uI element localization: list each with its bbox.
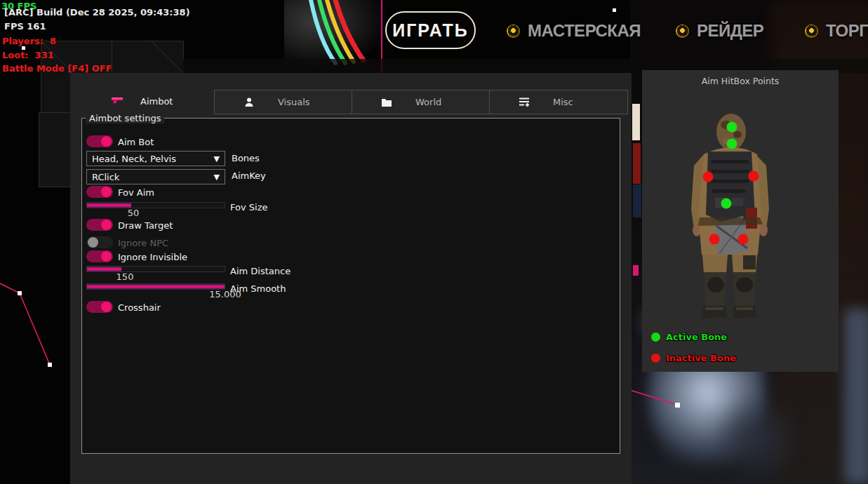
ignore-invisible-toggle[interactable] [86, 250, 113, 262]
toggle-knob [101, 251, 112, 262]
crosshair-toggle[interactable] [86, 301, 113, 313]
aim-hitbox-panel: Aim HitBox Points [642, 70, 839, 372]
fov-size-label: Fov Size [230, 202, 267, 213]
tab-label: Visuals [278, 97, 310, 107]
draw-target-label: Draw Target [118, 220, 173, 231]
person-icon [243, 97, 256, 108]
ignore-invisible-label: Ignore Invisible [118, 252, 187, 262]
sliders-misc-icon [519, 97, 531, 107]
menu-item-raider[interactable]: РЕЙДЕР [676, 21, 763, 41]
bone-dot-left-thigh [709, 234, 720, 245]
chevron-down-icon: ▼ [214, 173, 220, 182]
aim-smooth-slider[interactable] [86, 283, 225, 290]
aim-distance-value: 150 [116, 271, 134, 282]
scene-detail [632, 104, 640, 140]
menu-item-label: МАСТЕРСКАЯ [528, 21, 641, 41]
slider-fill [87, 267, 121, 271]
aimkey-dropdown-value: RClick [92, 172, 119, 182]
esp-wireframe-box [39, 112, 72, 187]
aimkey-label: AimKey [232, 170, 266, 181]
scene-detail [633, 265, 639, 276]
battle-mode-text: Battle Mode [F4] OFF [2, 63, 112, 74]
bone-dot-right-thigh [738, 234, 749, 245]
fov-size-value: 50 [128, 208, 140, 218]
scene-detail [633, 184, 641, 217]
bone-dot-left-arm [703, 172, 714, 182]
hitbox-panel-title: Aim HitBox Points [642, 76, 839, 86]
bone-dot-neck [727, 139, 737, 149]
character-model [684, 111, 775, 321]
groupbox-title: Aimbot settings [86, 113, 164, 123]
slider-fill [87, 284, 225, 289]
coin-icon [805, 25, 818, 38]
fov-aim-toggle[interactable] [86, 186, 113, 198]
tab-label: Aimbot [140, 96, 173, 107]
toggle-knob [101, 220, 112, 230]
cheat-menu-panel: Aimbot Visuals World Misc Aimbot setting… [70, 73, 632, 484]
tab-aimbot[interactable]: Aimbot [81, 90, 213, 113]
bones-dropdown-value: Head, Neck, Pelvis [92, 154, 176, 164]
ignore-npc-toggle[interactable] [86, 236, 113, 248]
play-button-label: ИГРАТЬ [392, 20, 469, 41]
aim-distance-slider[interactable] [86, 266, 225, 272]
loot-counter-text: Loot: 331 [2, 50, 54, 60]
toggle-knob [101, 302, 112, 312]
bone-dot-right-arm [749, 171, 759, 182]
bones-label: Bones [232, 153, 260, 163]
fov-size-slider[interactable] [86, 202, 225, 208]
particle-dot [613, 8, 616, 12]
aim-bot-toggle[interactable] [86, 135, 113, 147]
draw-target-toggle[interactable] [86, 219, 113, 231]
ignore-npc-label: Ignore NPC [118, 238, 168, 248]
menu-item-label: РЕЙДЕР [697, 21, 763, 41]
tab-world[interactable]: World [352, 90, 490, 114]
folder-icon [381, 98, 394, 107]
coin-icon [676, 25, 689, 38]
active-bone-dot-icon [651, 332, 660, 342]
esp-path-line [623, 384, 688, 414]
aim-smooth-label: Aim Smooth [230, 283, 286, 294]
aim-bot-label: Aim Bot [118, 137, 154, 147]
players-counter-text: Players: 8 [2, 36, 56, 46]
toggle-knob [101, 136, 112, 147]
aim-distance-label: Aim Distance [230, 266, 291, 276]
legend-label: Active Bone [666, 332, 727, 342]
slider-fill [87, 203, 131, 208]
bone-dot-head [727, 122, 737, 133]
legend-active-bone: Active Bone [651, 332, 727, 342]
coin-icon [507, 25, 520, 38]
fov-aim-label: Fov Aim [118, 187, 154, 198]
menu-item-workshop[interactable]: МАСТЕРСКАЯ [507, 21, 641, 41]
tab-visuals[interactable]: Visuals [214, 90, 352, 114]
legend-inactive-bone: Inactive Bone [651, 353, 736, 363]
legend-label: Inactive Bone [666, 353, 736, 363]
tab-label: World [415, 97, 441, 107]
aimbot-gun-icon [111, 97, 123, 106]
bones-dropdown[interactable]: Head, Neck, Pelvis ▼ [86, 151, 225, 166]
bone-dot-pelvis [721, 199, 732, 209]
tab-label: Misc [553, 97, 573, 107]
scene-detail [633, 143, 641, 184]
menu-item-trader[interactable]: ТОРГО [805, 21, 868, 41]
game-screen: 30 FPS [ARC] Build (Dec 28 2025, 09:43:3… [0, 0, 868, 484]
tab-misc[interactable]: Misc [489, 90, 628, 114]
toggle-knob [88, 237, 98, 248]
crosshair-label: Crosshair [118, 302, 161, 313]
play-button[interactable]: ИГРАТЬ [385, 11, 476, 49]
inactive-bone-dot-icon [651, 354, 660, 363]
menu-item-label: ТОРГО [826, 21, 868, 41]
fps-counter-text: FPS 161 [4, 21, 46, 32]
chevron-down-icon: ▼ [214, 154, 220, 163]
toggle-knob [101, 187, 112, 197]
build-info-text: [ARC] Build (Dec 28 2025, 09:43:38) [4, 7, 190, 18]
aimkey-dropdown[interactable]: RClick ▼ [86, 169, 225, 184]
